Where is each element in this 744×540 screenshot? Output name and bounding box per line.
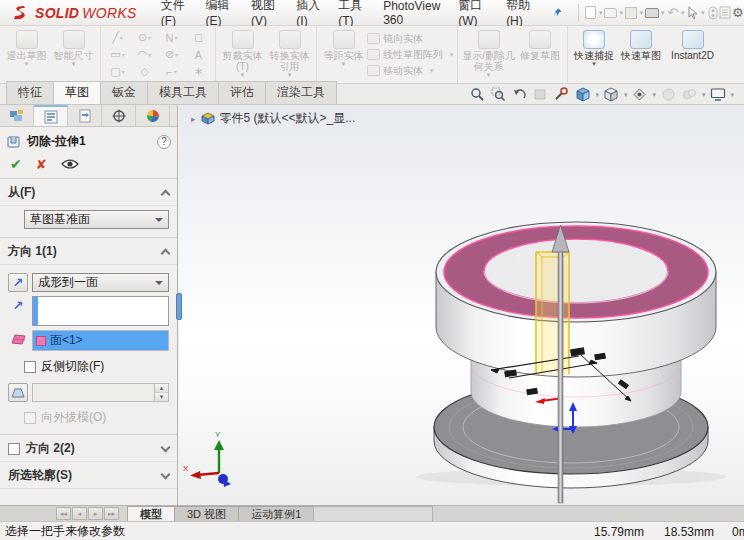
end-condition-value: 成形到一面 (38, 274, 98, 291)
from-section-header[interactable]: 从(F) (0, 179, 177, 206)
plane-tool-icon[interactable]: ◻ (185, 29, 212, 46)
graphics-viewport[interactable]: ▸ 零件5 (默认<<默认>_显... (179, 105, 744, 505)
view-tools-icon[interactable] (553, 87, 570, 102)
convert-entities-button[interactable]: 转换实体引用 (266, 28, 313, 82)
edit-appearance-icon[interactable] (660, 87, 677, 102)
3d-views-tab[interactable]: 3D 视图 (174, 506, 239, 521)
polygon-tool-icon[interactable]: ◇ (131, 63, 158, 80)
rebuild-icon[interactable] (707, 5, 719, 21)
collapse-chevron-icon (161, 190, 171, 200)
arc-tool-icon[interactable]: ◠▾ (131, 46, 158, 63)
mirror-entities-button[interactable]: 镜向实体 (367, 31, 454, 46)
new-file-icon[interactable] (584, 5, 596, 21)
confirm-icon[interactable]: ✔ (10, 156, 22, 172)
motion-study-tab[interactable]: 运动算例1 (238, 506, 314, 521)
section-view-icon[interactable] (532, 87, 549, 102)
draft-button[interactable] (8, 383, 28, 402)
offset-entities-button[interactable]: 等距实体 (320, 28, 367, 82)
direction-reference-icon: ↗ (8, 296, 28, 315)
direction2-checkbox[interactable] (8, 443, 20, 455)
move-entities-caret[interactable]: ▾ (430, 67, 434, 75)
start-condition-dropdown[interactable]: 草图基准面 (24, 210, 169, 229)
open-file-icon[interactable] (604, 5, 617, 21)
end-condition-dropdown[interactable]: 成形到一面 (32, 273, 169, 292)
options-gear-icon[interactable]: ⚙ (731, 5, 743, 21)
previous-view-icon[interactable] (511, 87, 528, 102)
linear-pattern-button[interactable]: 线性草图阵列 ▾ (367, 47, 454, 62)
select-cursor-icon[interactable] (687, 5, 699, 21)
linear-pattern-caret[interactable]: ▾ (450, 51, 454, 59)
model-tab[interactable]: 模型 (127, 506, 175, 521)
rapid-sketch-button[interactable]: 快速草图 (618, 28, 665, 82)
file-properties-icon[interactable] (719, 5, 731, 21)
panel-splitter-handle[interactable] (176, 293, 182, 320)
preview-eye-icon[interactable] (61, 158, 79, 170)
ribbon-group-relations: 显示/删除几何关系 修复草图 (458, 26, 568, 83)
view-orientation-caret[interactable]: ▾ (595, 91, 599, 99)
displaymanager-tab[interactable] (136, 105, 170, 126)
apply-scene-caret[interactable]: ▾ (702, 91, 706, 99)
mirror-entities-label: 镜向实体 (383, 32, 423, 46)
zoom-to-area-icon[interactable] (490, 87, 507, 102)
zoom-to-fit-icon[interactable] (469, 87, 486, 102)
spline-tool-icon[interactable]: N▾ (158, 29, 185, 46)
convert-entities-label: 转换实体引用 (266, 50, 313, 72)
last-tab-button[interactable]: ▸▸ (104, 507, 119, 520)
circle-tool-icon[interactable]: ⊙▾ (131, 29, 158, 46)
save-icon[interactable] (625, 5, 637, 21)
dimxpertmanager-tab[interactable] (102, 105, 136, 126)
tab-sheet-metal[interactable]: 钣金 (100, 81, 148, 104)
view-orientation-cube-icon[interactable] (574, 87, 591, 102)
trim-entities-button[interactable]: 剪裁实体(T) (219, 28, 266, 82)
prev-tab-button[interactable]: ◂ (72, 507, 87, 520)
text-tool-icon[interactable]: A (185, 46, 212, 63)
exit-sketch-button[interactable]: 退出草图 (3, 28, 50, 82)
repair-sketch-button[interactable]: 修复草图 (517, 28, 564, 82)
cancel-icon[interactable]: ✘ (36, 157, 47, 172)
status-message: 选择一把手来修改参数 (0, 523, 125, 540)
undo-icon[interactable]: ↶ (667, 5, 679, 21)
display-style-icon[interactable] (603, 87, 620, 102)
face-selection-listbox[interactable]: 面<1> (32, 330, 169, 351)
hide-show-caret[interactable]: ▾ (652, 91, 656, 99)
print-icon[interactable] (645, 5, 659, 21)
view-settings-caret[interactable]: ▾ (730, 91, 734, 99)
ellipse-tool-icon[interactable]: ⊘▾ (158, 46, 185, 63)
pin-menu-icon[interactable] (552, 5, 564, 21)
smart-dimension-button[interactable]: 智能尺寸 (50, 28, 97, 82)
direction-reference-pickbox[interactable] (32, 296, 169, 326)
direction2-section-header[interactable]: 方向 2(2) (0, 435, 177, 462)
hide-show-items-icon[interactable] (631, 87, 648, 102)
fillet-tool-icon[interactable]: ⌐▾ (158, 63, 185, 80)
instant2d-button[interactable]: Instant2D (665, 28, 721, 82)
direction1-section-header[interactable]: 方向 1(1) (0, 238, 177, 265)
display-relations-button[interactable]: 显示/删除几何关系 (461, 28, 517, 82)
reverse-direction-button[interactable]: ↗ (8, 273, 28, 292)
selected-face-item[interactable]: 面<1> (33, 331, 168, 350)
configurationmanager-tab[interactable] (68, 105, 102, 126)
tab-evaluate[interactable]: 评估 (218, 81, 266, 104)
line-tool-icon[interactable]: ╱▾ (104, 29, 131, 46)
point-tool-icon[interactable]: ∗ (185, 63, 212, 80)
tab-render-tools[interactable]: 渲染工具 (265, 81, 337, 104)
tab-mold-tools[interactable]: 模具工具 (147, 81, 219, 104)
move-entities-button[interactable]: 移动实体 ▾ (367, 63, 454, 78)
flip-side-checkbox[interactable] (24, 361, 36, 373)
slot-tool-icon[interactable]: ▢▾ (104, 63, 131, 80)
help-icon[interactable]: ? (157, 135, 171, 149)
display-style-caret[interactable]: ▾ (624, 91, 628, 99)
propertymanager-tab[interactable] (34, 105, 68, 126)
display-relations-label: 显示/删除几何关系 (461, 50, 517, 72)
tab-features[interactable]: 特征 (6, 81, 54, 104)
draft-angle-spinner[interactable]: ▲▼ (154, 384, 168, 401)
contours-section-header[interactable]: 所选轮廓(S) (0, 462, 177, 489)
quick-snaps-button[interactable]: 快速捕捉 (571, 28, 618, 82)
next-tab-button[interactable]: ▸ (88, 507, 103, 520)
tab-sketch[interactable]: 草图 (53, 81, 101, 104)
rectangle-tool-icon[interactable]: ▭▾ (104, 46, 131, 63)
view-settings-icon[interactable] (709, 87, 726, 102)
first-tab-button[interactable]: ◂◂ (56, 507, 71, 520)
flip-side-checkbox-row[interactable]: 反侧切除(F) (24, 358, 169, 375)
featuremanager-tree-tab[interactable] (0, 105, 34, 126)
apply-scene-icon[interactable] (681, 87, 698, 102)
